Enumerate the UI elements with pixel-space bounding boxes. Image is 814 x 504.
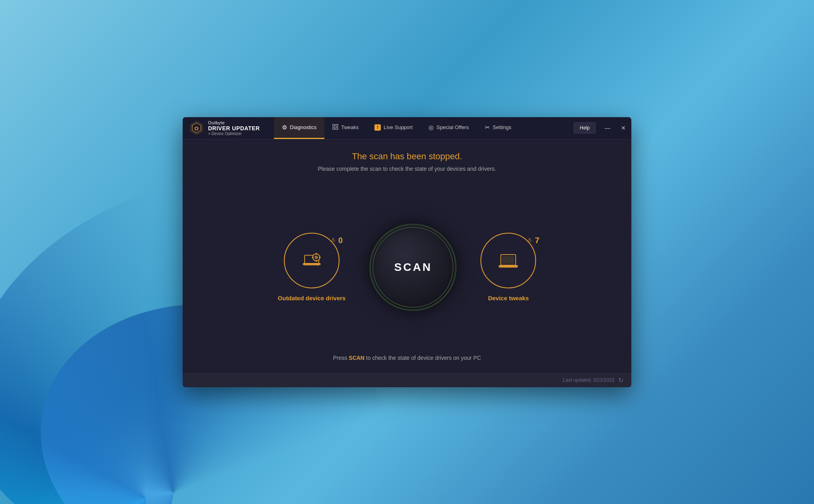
- scan-stopped-title: The scan has been stopped.: [352, 151, 462, 162]
- tab-tweaks[interactable]: Tweaks: [324, 117, 366, 139]
- main-content: The scan has been stopped. Please comple…: [183, 139, 631, 373]
- drivers-card: ⚠ 0 Outdated device drivers: [278, 233, 346, 301]
- svg-rect-16: [316, 253, 317, 255]
- drivers-circle: ⚠ 0: [284, 233, 339, 288]
- tab-diagnostics-label: Diagnostics: [290, 124, 316, 130]
- tweaks-card: ⚠ 7 Device tweaks: [480, 233, 536, 301]
- settings-icon: ✂: [485, 124, 490, 131]
- logo-sub: + Device Optimizer: [208, 131, 260, 136]
- tweaks-warning-icon: ⚠: [527, 237, 532, 243]
- logo-area: O Outbyte DRIVER UPDATER + Device Optimi…: [183, 117, 274, 139]
- svg-point-15: [314, 256, 318, 259]
- status-bar: Last updated: 3/23/2023 ↻: [183, 373, 631, 387]
- window-controls: Help — ✕: [574, 117, 631, 139]
- laptop-icon: [492, 245, 524, 276]
- tweaks-count: 7: [535, 236, 539, 245]
- tab-live-support[interactable]: ! Live Support: [366, 117, 421, 139]
- logo-text: Outbyte DRIVER UPDATER + Device Optimize…: [208, 120, 260, 136]
- tab-settings-label: Settings: [493, 124, 511, 130]
- tab-diagnostics[interactable]: ⚙ Diagnostics: [274, 117, 324, 139]
- drivers-warning-icon: ⚠: [331, 237, 336, 243]
- app-window: O Outbyte DRIVER UPDATER + Device Optimi…: [183, 117, 631, 387]
- minimize-button[interactable]: —: [600, 117, 615, 139]
- svg-rect-19: [319, 257, 321, 258]
- svg-rect-28: [507, 265, 510, 266]
- press-scan-highlight: SCAN: [349, 355, 365, 361]
- svg-rect-22: [502, 256, 514, 264]
- tweaks-circle: ⚠ 7: [480, 233, 536, 288]
- close-button[interactable]: ✕: [615, 117, 631, 139]
- scan-button-label: SCAN: [394, 261, 432, 274]
- tab-live-support-label: Live Support: [384, 124, 413, 130]
- logo-outbyte: Outbyte: [208, 120, 260, 125]
- tab-tweaks-label: Tweaks: [341, 124, 359, 130]
- tab-settings[interactable]: ✂ Settings: [477, 117, 519, 139]
- special-offers-icon: ◎: [428, 124, 434, 131]
- tab-special-offers-label: Special Offers: [436, 124, 469, 130]
- tab-special-offers[interactable]: ◎ Special Offers: [421, 117, 476, 139]
- nav-tabs: ⚙ Diagnostics Tweaks ! Live Support: [274, 117, 574, 139]
- press-scan-after: to check the state of device drivers on …: [365, 355, 481, 361]
- tweaks-icon: [332, 124, 338, 131]
- svg-rect-5: [333, 127, 335, 129]
- gear-laptop-icon: [296, 245, 328, 276]
- title-bar: O Outbyte DRIVER UPDATER + Device Optimi…: [183, 117, 631, 139]
- svg-rect-17: [316, 260, 317, 262]
- svg-rect-4: [336, 124, 338, 126]
- svg-rect-18: [312, 257, 314, 258]
- last-updated-label: Last updated: 3/23/2023: [563, 377, 614, 383]
- svg-rect-6: [336, 127, 338, 129]
- logo-driver: DRIVER UPDATER: [208, 125, 260, 131]
- drivers-label: Outdated device drivers: [278, 295, 346, 301]
- scan-button[interactable]: SCAN: [369, 224, 457, 311]
- help-button[interactable]: Help: [574, 122, 596, 133]
- drivers-count: 0: [338, 236, 343, 245]
- svg-rect-3: [333, 124, 335, 126]
- scan-area: ⚠ 0 Outdated device drivers SCAN: [228, 184, 586, 351]
- tweaks-label: Device tweaks: [488, 295, 529, 301]
- svg-text:O: O: [195, 126, 199, 131]
- press-scan-instruction: Press SCAN to check the state of device …: [333, 355, 481, 361]
- refresh-icon[interactable]: ↻: [618, 377, 623, 384]
- svg-rect-7: [303, 263, 320, 265]
- live-support-badge: !: [374, 124, 381, 131]
- scan-stopped-subtitle: Please complete the scan to check the st…: [318, 166, 496, 172]
- app-logo-icon: O: [189, 120, 204, 135]
- diagnostics-icon: ⚙: [282, 124, 287, 131]
- press-scan-before: Press: [333, 355, 349, 361]
